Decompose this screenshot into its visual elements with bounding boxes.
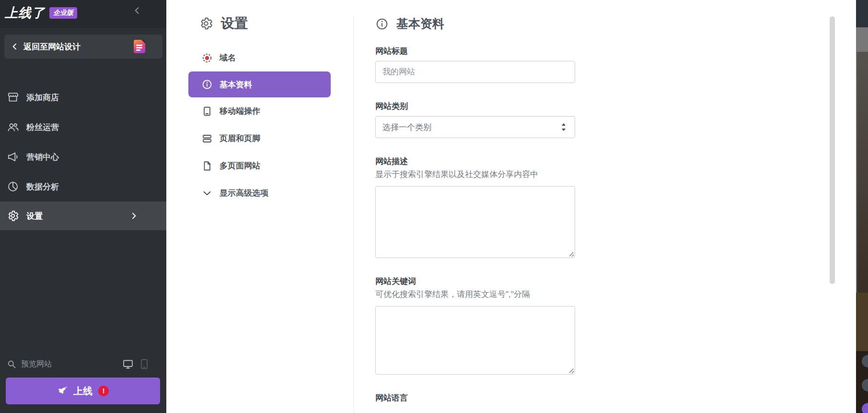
- publish-alert-badge: !: [98, 386, 109, 396]
- site-category-selected-value: 选择一个类别: [382, 122, 559, 133]
- settings-item-advanced-options[interactable]: 显示高级选项: [166, 179, 353, 207]
- megaphone-icon: [7, 151, 19, 163]
- settings-panel-title: 设置: [221, 14, 248, 33]
- basic-info-form: 网站标题 网站类别 选择一个类别 网站描述 显示于搜索引擎结果以及社交媒体分享内…: [375, 46, 575, 403]
- site-category-select[interactable]: 选择一个类别: [375, 116, 575, 138]
- site-design-doc-icon: [134, 40, 145, 53]
- search-icon[interactable]: [7, 359, 16, 369]
- collapse-sidebar-icon[interactable]: [132, 6, 142, 15]
- info-icon: [201, 79, 213, 90]
- settings-item-multipage[interactable]: 多页面网站: [166, 152, 353, 179]
- settings-item-label: 移动端操作: [220, 106, 260, 117]
- sidebar-item-settings[interactable]: 设置: [0, 201, 166, 230]
- header-footer-icon: [201, 133, 213, 144]
- sidebar-item-label: 添加商店: [26, 92, 59, 103]
- settings-item-basic-info[interactable]: 基本资料: [188, 71, 331, 97]
- settings-item-domain[interactable]: 域名: [166, 44, 353, 71]
- site-description-label: 网站描述: [375, 156, 575, 167]
- settings-item-mobile[interactable]: 移动端操作: [166, 97, 353, 125]
- gear-icon: [199, 16, 213, 31]
- app-logo: 上线了: [5, 4, 45, 22]
- settings-item-label: 显示高级选项: [220, 188, 268, 199]
- info-icon: [375, 17, 389, 31]
- page-title: 基本资料: [396, 16, 444, 32]
- sidebar-item-add-store[interactable]: 添加商店: [0, 83, 166, 112]
- page-icon: [201, 160, 213, 172]
- site-description-hint: 显示于搜索引擎结果以及社交媒体分享内容中: [375, 169, 575, 180]
- settings-item-label: 多页面网站: [220, 160, 260, 171]
- chevron-right-icon: [130, 212, 138, 220]
- rocket-icon: [57, 386, 68, 396]
- sidebar-item-label: 营销中心: [26, 152, 59, 163]
- back-to-site-design-button[interactable]: 返回至网站设计: [4, 35, 162, 59]
- settings-menu: 域名 基本资料 移动端操作 页眉和页脚 多页面网站: [166, 44, 353, 207]
- site-description-textarea[interactable]: [375, 186, 575, 258]
- sidebar-item-analytics[interactable]: 数据分析: [0, 172, 166, 201]
- back-label: 返回至网站设计: [23, 41, 134, 52]
- site-language-label: 网站语言: [375, 393, 575, 403]
- scrollbar-thumb[interactable]: [830, 16, 835, 284]
- sidebar-item-label: 数据分析: [26, 181, 59, 192]
- domain-record-icon: [201, 52, 213, 64]
- site-keywords-textarea[interactable]: [375, 306, 575, 375]
- storefront-icon: [7, 91, 19, 104]
- desktop-preview-icon[interactable]: [122, 358, 134, 370]
- plan-badge: 企业版: [49, 7, 77, 19]
- settings-item-label: 域名: [220, 52, 236, 63]
- preview-site-label[interactable]: 预览网站: [21, 359, 122, 369]
- publish-label: 上线: [73, 385, 93, 398]
- pie-chart-icon: [7, 180, 19, 193]
- sidebar-nav: 添加商店 粉丝运营 营销中心: [0, 83, 166, 230]
- adjacent-window-sliver: [856, 0, 868, 413]
- site-keywords-label: 网站关键词: [375, 276, 575, 287]
- chevron-down-icon: [201, 188, 213, 199]
- gear-icon: [7, 210, 19, 222]
- mobile-preview-icon[interactable]: [140, 359, 148, 369]
- site-keywords-hint: 可优化搜索引擎结果，请用英文逗号","分隔: [375, 289, 575, 300]
- sidebar-item-marketing[interactable]: 营销中心: [0, 142, 166, 172]
- fans-people-icon: [7, 121, 19, 133]
- sidebar-item-fans[interactable]: 粉丝运营: [0, 112, 166, 142]
- select-updown-icon: [559, 122, 568, 132]
- preview-site-row: 预览网站: [7, 357, 160, 371]
- basic-info-panel: 基本资料 网站标题 网站类别 选择一个类别 网站描述 显示于搜索引擎结果以及社交…: [354, 0, 856, 413]
- settings-menu-panel: 设置 域名 基本资料 移动端操作 页眉和页脚: [166, 0, 353, 413]
- sidebar-item-label: 设置: [26, 211, 43, 222]
- settings-item-header-footer[interactable]: 页眉和页脚: [166, 125, 353, 152]
- site-title-input[interactable]: [375, 61, 575, 83]
- chevron-left-icon: [11, 43, 19, 50]
- main-sidebar: 上线了 企业版 返回至网站设计 添加商店: [0, 0, 166, 413]
- settings-item-label: 页眉和页脚: [220, 133, 260, 144]
- site-category-label: 网站类别: [375, 101, 575, 112]
- settings-item-label: 基本资料: [220, 79, 252, 90]
- site-title-label: 网站标题: [375, 46, 575, 57]
- sidebar-item-label: 粉丝运营: [26, 122, 59, 133]
- publish-button[interactable]: 上线 !: [6, 378, 160, 404]
- mobile-device-icon: [201, 106, 213, 117]
